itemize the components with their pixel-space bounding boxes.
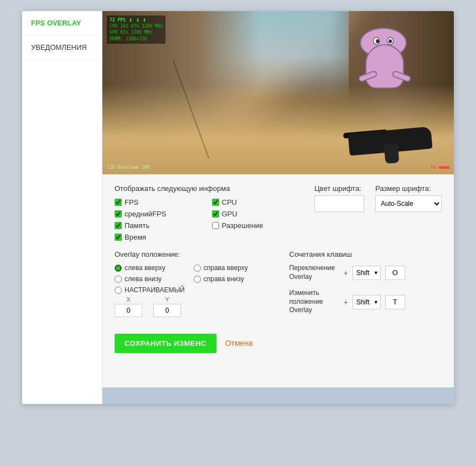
- cancel-button[interactable]: Отмена: [225, 339, 253, 348]
- graffiti-arm-right: [391, 70, 412, 82]
- font-options: Цвет шрифта: Размер шрифта: Auto-Scale S…: [314, 184, 442, 212]
- font-color-input[interactable]: [314, 195, 364, 212]
- position-custom-label: НАСТРАИВАЕМЫЙ: [125, 286, 185, 294]
- footer-bar: [102, 387, 454, 404]
- pupil-left: [376, 39, 379, 43]
- position-custom[interactable]: НАСТРАИВАЕМЫЙ: [115, 286, 185, 294]
- checkbox-avgfps-input[interactable]: [115, 210, 122, 218]
- hud-gpu: GPU 65% 1300 MHz: [110, 29, 163, 35]
- hotkey-toggle-modifier[interactable]: Shift Ctrl Alt ▼: [353, 266, 381, 280]
- hotkey-row-move: Изменить положение Overlay + Shift Ctrl …: [289, 289, 442, 315]
- hud-bottom-right: P4 ■■■■: [431, 165, 449, 170]
- font-size-select[interactable]: Auto-Scale Small Medium Large: [375, 195, 442, 212]
- graffiti-eye-right: [387, 37, 394, 45]
- font-color-section: Цвет шрифта:: [314, 184, 364, 212]
- position-bottom-right[interactable]: справа внизу: [194, 275, 267, 283]
- hud-res: ПРИМ: 1280×720: [110, 36, 163, 42]
- display-section-title: Отображать следующую информа: [115, 184, 298, 193]
- weapon-grip: [384, 143, 400, 164]
- font-color-label: Цвет шрифта:: [314, 184, 364, 193]
- graffiti-arm-left: [358, 70, 378, 82]
- checkbox-time-input[interactable]: [115, 234, 122, 241]
- display-options: Отображать следующую информа FPS CPU: [115, 184, 298, 241]
- position-top-left-label: слева вверху: [125, 264, 165, 272]
- main-content: 72 FPS 🌡 🌡 🌡 CPU 342 47% 3200 MHz GPU 65…: [102, 11, 454, 404]
- hotkey-toggle-key[interactable]: [385, 266, 405, 280]
- hotkey-toggle-plus: +: [344, 268, 348, 277]
- position-bottom-right-label: справа внизу: [204, 275, 244, 283]
- x-input-group: X: [115, 296, 142, 317]
- settings-area: Отображать следующую информа FPS CPU: [102, 174, 454, 387]
- position-bottom-left[interactable]: слева внизу: [115, 275, 188, 283]
- radio-bottom-right[interactable]: [194, 276, 201, 283]
- checkbox-resolution[interactable]: Разрешение: [212, 221, 298, 230]
- checkbox-fps[interactable]: FPS: [115, 198, 201, 206]
- hotkey-toggle-label: Переключение Overlay: [289, 264, 339, 281]
- position-section: Overlay положение: слева вверху справа в…: [115, 250, 267, 323]
- position-top-left[interactable]: слева вверху: [115, 264, 188, 272]
- checkbox-memory[interactable]: Память: [115, 221, 201, 230]
- position-bottom-left-label: слева внизу: [125, 275, 162, 283]
- hotkey-move-key[interactable]: [385, 295, 405, 309]
- checkbox-time[interactable]: Время: [115, 233, 201, 241]
- checkbox-resolution-input[interactable]: [212, 222, 219, 229]
- checkbox-avgfps-label: среднийFPS: [125, 210, 166, 218]
- position-section-title: Overlay положение:: [115, 250, 267, 258]
- hotkey-row-toggle: Переключение Overlay + Shift Ctrl Alt ▼: [289, 264, 442, 281]
- hud-cpu: CPU 342 47% 3200 MHz: [110, 23, 163, 29]
- checkbox-gpu[interactable]: GPU: [212, 210, 298, 218]
- graffiti: [354, 28, 421, 116]
- checkbox-time-label: Время: [125, 233, 146, 241]
- font-size-label: Размер шрифта:: [375, 184, 442, 193]
- font-size-section: Размер шрифта: Auto-Scale Small Medium L…: [375, 184, 442, 212]
- position-radio-group: слева вверху справа вверху слева внизу: [115, 264, 267, 283]
- modifier-select-move[interactable]: Shift Ctrl Alt: [353, 295, 381, 309]
- graffiti-body: [365, 44, 404, 89]
- y-input-group: Y: [153, 296, 181, 317]
- xy-inputs: X Y: [115, 296, 267, 317]
- radio-custom[interactable]: [115, 287, 122, 294]
- custom-position: НАСТРАИВАЕМЫЙ: [115, 286, 267, 294]
- hud-overlay: 72 FPS 🌡 🌡 🌡 CPU 342 47% 3200 MHz GPU 65…: [107, 15, 165, 44]
- hotkey-move-label: Изменить положение Overlay: [289, 289, 339, 315]
- hud-bottom-left: 120 Ответный 100: [107, 165, 149, 170]
- weapon: [321, 108, 432, 163]
- position-top-right[interactable]: справа вверху: [194, 264, 267, 272]
- hotkeys-title: Сочетания клавиш: [289, 250, 442, 258]
- settings-top: Отображать следующую информа FPS CPU: [115, 184, 442, 241]
- checkbox-memory-label: Память: [125, 221, 149, 230]
- radio-top-right[interactable]: [194, 265, 201, 272]
- sidebar-item-notifications[interactable]: УВЕДОМЛЕНИЯ: [22, 35, 102, 60]
- y-input[interactable]: [153, 304, 181, 317]
- game-preview: 72 FPS 🌡 🌡 🌡 CPU 342 47% 3200 MHz GPU 65…: [102, 11, 454, 174]
- checkbox-resolution-label: Разрешение: [222, 221, 263, 230]
- sidebar: FPS OVERLAY УВЕДОМЛЕНИЯ: [22, 11, 102, 404]
- sidebar-item-fps-overlay[interactable]: FPS OVERLAY: [22, 11, 102, 35]
- checkbox-fps-label: FPS: [125, 198, 138, 206]
- hotkey-move-modifier[interactable]: Shift Ctrl Alt ▼: [353, 295, 381, 309]
- x-label: X: [126, 296, 130, 303]
- position-top-right-label: справа вверху: [204, 264, 248, 272]
- checkbox-cpu-label: CPU: [222, 198, 237, 206]
- y-label: Y: [165, 296, 169, 303]
- action-buttons: сохранить изменс Отмена: [115, 334, 442, 359]
- checkbox-gpu-label: GPU: [222, 210, 237, 218]
- radio-bottom-left[interactable]: [115, 276, 122, 283]
- radio-top-left[interactable]: [115, 265, 122, 272]
- hotkeys-section: Сочетания клавиш Переключение Overlay + …: [289, 250, 442, 323]
- save-button[interactable]: сохранить изменс: [115, 334, 216, 353]
- hud-fps: 72 FPS 🌡 🌡 🌡: [110, 17, 163, 23]
- pupil-right: [389, 39, 392, 43]
- checkboxes-grid: FPS CPU среднийFPS GPU: [115, 198, 298, 241]
- graffiti-eye-left: [373, 37, 380, 45]
- modifier-select-toggle[interactable]: Shift Ctrl Alt: [353, 266, 381, 280]
- x-input[interactable]: [115, 304, 142, 317]
- settings-bottom: Overlay положение: слева вверху справа в…: [115, 250, 442, 323]
- checkbox-cpu[interactable]: CPU: [212, 198, 298, 206]
- game-bg: 72 FPS 🌡 🌡 🌡 CPU 342 47% 3200 MHz GPU 65…: [102, 11, 454, 174]
- checkbox-avgfps[interactable]: среднийFPS: [115, 210, 201, 218]
- checkbox-fps-input[interactable]: [115, 199, 122, 206]
- checkbox-gpu-input[interactable]: [212, 210, 219, 218]
- checkbox-memory-input[interactable]: [115, 222, 122, 229]
- checkbox-cpu-input[interactable]: [212, 199, 219, 206]
